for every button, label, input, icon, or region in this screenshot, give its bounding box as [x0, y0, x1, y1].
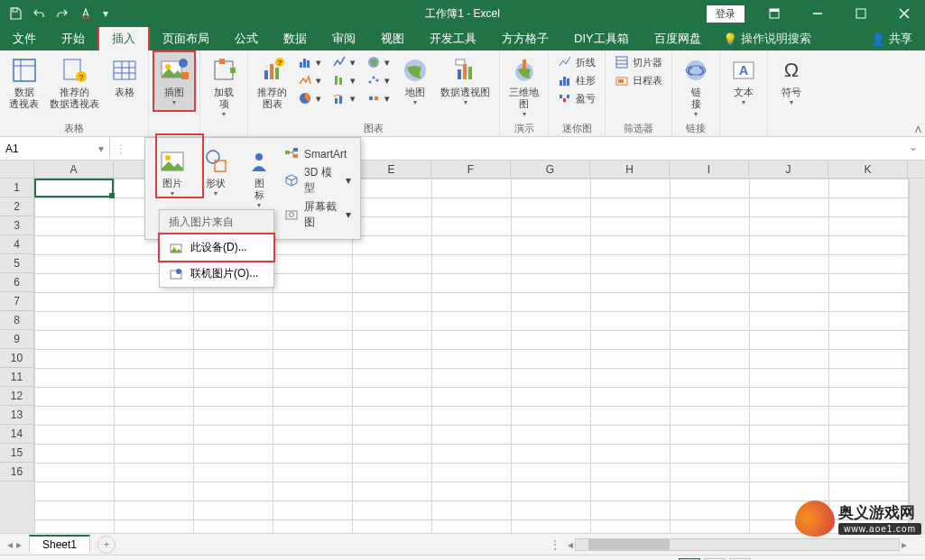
- from-device-item[interactable]: 此设备(D)...: [158, 233, 275, 262]
- tab-diy[interactable]: DIY工具箱: [561, 27, 642, 50]
- surface-chart-button[interactable]: ▾: [365, 90, 392, 106]
- tab-baidu[interactable]: 百度网盘: [642, 27, 714, 50]
- vertical-scrollbar[interactable]: [909, 179, 925, 533]
- column-header[interactable]: A: [34, 161, 114, 178]
- column-header[interactable]: E: [352, 161, 431, 178]
- split-handle[interactable]: ⋮: [550, 538, 560, 551]
- redo-icon[interactable]: [54, 5, 70, 22]
- row-header[interactable]: 6: [0, 273, 34, 292]
- row-header[interactable]: 1: [0, 179, 34, 197]
- symbols-button[interactable]: Ω 符号 ▾: [772, 52, 811, 110]
- column-header[interactable]: I: [670, 161, 749, 178]
- scatter-chart-button[interactable]: ▾: [365, 72, 392, 88]
- add-sheet-button[interactable]: +: [97, 536, 116, 554]
- 3d-map-button[interactable]: 三维地 图 ▾: [504, 52, 544, 122]
- ribbon-options-icon[interactable]: [754, 0, 795, 27]
- name-box-dropdown-icon[interactable]: ▾: [98, 142, 104, 155]
- illustrations-button[interactable]: 插图 ▾: [153, 50, 196, 112]
- line-chart-button[interactable]: ▾: [330, 54, 357, 70]
- text-button[interactable]: A 文本 ▾: [724, 52, 763, 110]
- sparkline-winloss-button[interactable]: 盈亏: [556, 90, 597, 106]
- tab-dev[interactable]: 开发工具: [417, 27, 489, 50]
- tab-insert[interactable]: 插入: [97, 25, 150, 50]
- active-cell-a1[interactable]: [34, 179, 114, 197]
- row-header[interactable]: 10: [0, 349, 34, 368]
- map-chart-button[interactable]: ▾: [365, 54, 392, 70]
- sparkline-line-button[interactable]: 折线: [556, 54, 597, 70]
- combo-chart-button[interactable]: ▾: [330, 90, 357, 106]
- tab-file[interactable]: 文件: [0, 27, 49, 50]
- window-title: 工作簿1 - Excel: [425, 6, 500, 22]
- row-header[interactable]: 4: [0, 235, 34, 254]
- column-chart-button[interactable]: ▾: [296, 54, 323, 70]
- recommended-pivot-button[interactable]: ? 推荐的 数据透视表: [44, 52, 105, 114]
- svg-point-68: [207, 151, 219, 163]
- collapse-ribbon-icon[interactable]: ᐱ: [915, 124, 921, 134]
- sparkline-column-button[interactable]: 柱形: [556, 72, 597, 88]
- pivot-table-button[interactable]: 数据 透视表: [4, 52, 44, 114]
- undo-icon[interactable]: [31, 5, 47, 22]
- 3d-model-icon: [284, 173, 299, 188]
- sparkline-column-icon: [558, 73, 572, 87]
- column-header[interactable]: K: [828, 161, 908, 178]
- maps-button[interactable]: 地图 ▾: [395, 52, 435, 110]
- font-color-icon[interactable]: [78, 5, 94, 22]
- online-pictures-item[interactable]: 联机图片(O)...: [160, 261, 273, 287]
- tell-me-search[interactable]: 💡 操作说明搜索: [714, 27, 820, 50]
- pictures-icon: [158, 147, 187, 176]
- minimize-icon[interactable]: [797, 0, 838, 27]
- maximize-icon[interactable]: [840, 0, 882, 27]
- slicer-button[interactable]: 切片器: [613, 54, 664, 70]
- hierarchy-chart-button[interactable]: ▾: [296, 72, 323, 88]
- share-button[interactable]: 👤 共享: [858, 27, 925, 50]
- timeline-button[interactable]: 日程表: [613, 72, 664, 88]
- addins-button[interactable]: 加载 项 ▾: [204, 52, 244, 122]
- qat-dropdown-icon[interactable]: ▾: [101, 5, 110, 22]
- sheet-nav[interactable]: ◂▸: [0, 538, 29, 551]
- login-button[interactable]: 登录: [707, 5, 745, 23]
- row-header[interactable]: 8: [0, 311, 34, 330]
- column-header[interactable]: G: [511, 161, 590, 178]
- screenshot-button[interactable]: 屏幕截图 ▾: [284, 199, 351, 230]
- tab-layout[interactable]: 页面布局: [150, 27, 222, 50]
- sheet-tab-sheet1[interactable]: Sheet1: [29, 535, 90, 553]
- row-header[interactable]: 16: [0, 463, 34, 482]
- name-box[interactable]: A1 ▾: [0, 137, 110, 160]
- row-header[interactable]: 12: [0, 387, 34, 406]
- row-header[interactable]: 3: [0, 216, 34, 235]
- row-header[interactable]: 7: [0, 292, 34, 311]
- row-header[interactable]: 9: [0, 330, 34, 349]
- select-all-corner[interactable]: [0, 161, 34, 178]
- column-header[interactable]: H: [590, 161, 670, 178]
- scroll-right-icon[interactable]: ▸: [902, 538, 907, 551]
- pivot-chart-button[interactable]: 数据透视图 ▾: [435, 52, 495, 110]
- 3d-models-button[interactable]: 3D 模型 ▾: [284, 165, 351, 196]
- ribbon-tabs: 文件 开始 插入 页面布局 公式 数据 审阅 视图 开发工具 方方格子 DIY工…: [0, 27, 925, 50]
- tab-home[interactable]: 开始: [49, 27, 97, 50]
- pie-chart-button[interactable]: ▾: [296, 90, 323, 106]
- close-icon[interactable]: [883, 0, 925, 27]
- row-header[interactable]: 14: [0, 425, 34, 444]
- column-header[interactable]: J: [749, 161, 828, 178]
- row-header[interactable]: 13: [0, 406, 34, 425]
- save-icon[interactable]: [7, 5, 23, 22]
- smartart-button[interactable]: SmartArt: [284, 147, 351, 161]
- table-button[interactable]: 表格: [105, 52, 144, 102]
- row-header[interactable]: 15: [0, 444, 34, 463]
- tab-data[interactable]: 数据: [271, 27, 319, 50]
- row-header[interactable]: 11: [0, 368, 34, 387]
- formula-expand-icon[interactable]: ⌄: [902, 137, 925, 160]
- scroll-left-icon[interactable]: ◂: [568, 538, 573, 551]
- column-header[interactable]: F: [431, 161, 511, 178]
- row-header[interactable]: 2: [0, 197, 34, 216]
- link-button[interactable]: 链 接 ▾: [676, 52, 716, 122]
- tab-view[interactable]: 视图: [368, 27, 417, 50]
- ribbon: 数据 透视表 ? 推荐的 数据透视表 表格 表格 插图 ▾: [0, 50, 925, 137]
- tab-formulas[interactable]: 公式: [222, 27, 271, 50]
- tab-fang[interactable]: 方方格子: [489, 27, 561, 50]
- horizontal-scrollbar[interactable]: [575, 538, 900, 551]
- tab-review[interactable]: 审阅: [319, 27, 368, 50]
- recommended-charts-button[interactable]: ? 推荐的 图表: [252, 52, 292, 114]
- row-header[interactable]: 5: [0, 254, 34, 273]
- statistic-chart-button[interactable]: ▾: [330, 72, 357, 88]
